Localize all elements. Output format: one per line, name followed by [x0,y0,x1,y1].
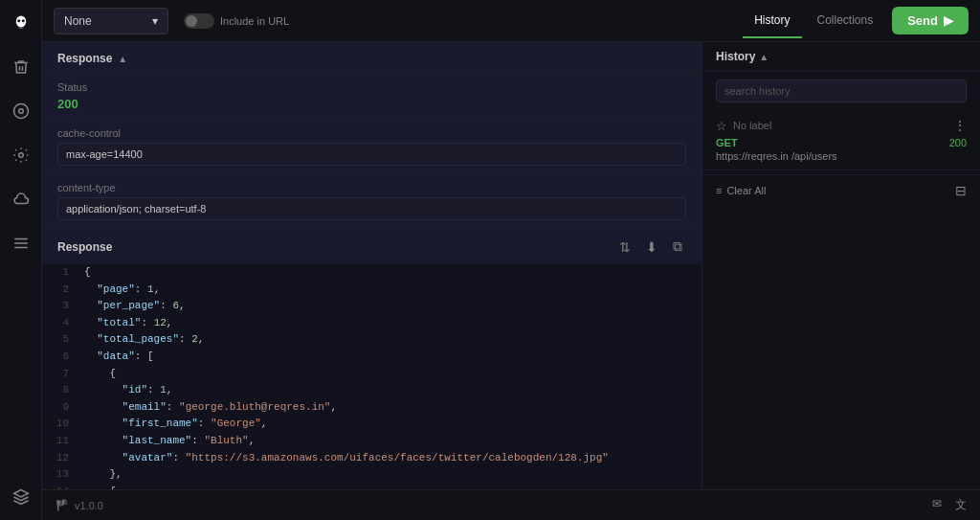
search-history-input[interactable] [716,79,967,102]
include-url-toggle-row: Include in URL [184,13,289,29]
tab-collections[interactable]: Collections [806,4,885,38]
clear-all-icon: ≡ [716,185,722,196]
history-item: ☆ No label ⋮ GET 200 https://reqres.in /… [702,110,980,170]
response-title: Response [57,52,112,65]
content-area: Response ▲ Status 200 cache-control max-… [42,42,980,489]
more-options-icon[interactable]: ⋮ [953,118,967,133]
right-panel: History ▲ ☆ No label ⋮ GET 200 [702,42,980,489]
version-info: 🏴 v1.0.0 [56,499,103,511]
svg-point-3 [13,104,28,119]
include-url-label: Include in URL [220,15,289,27]
layers-icon[interactable] [8,484,34,510]
bottom-icons: ✉ 文 [932,497,967,513]
chevron-down-icon: ▾ [152,14,158,28]
svg-point-4 [18,109,23,114]
svg-point-0 [15,16,26,28]
alien-icon[interactable] [8,10,34,36]
code-line: 3 "per_page": 6, [42,298,702,315]
sidebar [0,0,42,520]
trash-icon[interactable] [8,54,34,80]
code-line: 6 "data": [ [42,349,702,366]
code-table: 1{2 "page": 1,3 "per_page": 6,4 "total":… [42,264,702,489]
topbar: None ▾ Include in URL History Collection… [42,0,980,42]
content-type-field-group: content-type application/json; charset=u… [42,174,702,229]
code-line: 14 { [42,484,702,489]
cache-control-value: max-age=14400 [57,143,686,166]
history-item-top: ☆ No label ⋮ [716,118,967,133]
tab-bar: History Collections [743,4,884,38]
bottom-bar: 🏴 v1.0.0 ✉ 文 [42,489,980,520]
toggle-knob [186,15,197,27]
code-line: 12 "avatar": "https://s3.amazonaws.com/u… [42,450,702,467]
svg-point-1 [17,19,20,22]
mail-icon[interactable]: ✉ [932,497,942,513]
svg-marker-9 [13,490,28,498]
history-url[interactable]: https://reqres.in /api/users [716,150,967,162]
settings-circle-icon[interactable] [8,98,34,124]
code-line: 7 { [42,366,702,383]
history-item-method-row: GET 200 [716,137,967,148]
history-header: History ▲ [702,42,980,72]
main-area: None ▾ Include in URL History Collection… [42,0,980,520]
auth-selector[interactable]: None ▾ [54,8,168,34]
include-url-toggle[interactable] [184,13,214,29]
translate-icon[interactable]: 文 [955,497,967,513]
clear-all-row: ≡ Clear All ⊟ [702,174,980,206]
code-line: 8 "id": 1, [42,382,702,399]
tab-history[interactable]: History [743,4,801,38]
auth-value: None [64,14,92,28]
code-line: 9 "email": "george.bluth@reqres.in", [42,399,702,417]
gear-icon[interactable] [8,142,34,169]
response-section-header: Response ▲ [42,42,702,74]
cloud-icon[interactable] [8,186,34,213]
history-item-label: ☆ No label [716,119,771,133]
response-body-actions: ⇅ ⬇ ⧉ [615,237,686,257]
version-text: v1.0.0 [75,500,103,511]
code-line: 5 "total_pages": 2, [42,331,702,349]
download-response-icon[interactable]: ⬇ [642,237,661,257]
code-line: 1{ [42,264,702,282]
code-line: 2 "page": 1, [42,282,702,299]
svg-point-5 [18,153,23,158]
code-line: 11 "last_name": "Bluth", [42,433,702,450]
copy-response-icon[interactable]: ⧉ [669,237,686,257]
history-collapse-icon[interactable]: ▲ [759,52,768,62]
status-value: 200 [57,97,686,111]
method-badge: GET [716,137,738,148]
list-icon[interactable] [8,230,34,257]
flag-icon: 🏴 [56,499,69,511]
status-field-group: Status 200 [42,74,702,120]
send-icon: ▶ [944,13,953,28]
filter-icon[interactable]: ⊟ [955,183,967,198]
svg-point-2 [21,19,24,22]
content-type-value: application/json; charset=utf-8 [57,197,686,220]
response-body-header: Response ⇅ ⬇ ⧉ [42,229,702,264]
cache-control-label: cache-control [57,127,686,139]
code-line: 4 "total": 12, [42,315,702,332]
code-line: 10 "first_name": "George", [42,416,702,433]
history-panel-title: History ▲ [716,50,768,63]
left-panel: Response ▲ Status 200 cache-control max-… [42,42,702,489]
response-collapse-icon[interactable]: ▲ [118,54,127,64]
status-label: Status [57,81,686,93]
send-button[interactable]: Send ▶ [892,7,969,34]
response-body-label: Response [57,240,112,254]
code-line: 13 }, [42,466,702,484]
cache-control-field-group: cache-control max-age=14400 [42,120,702,174]
clear-all-button[interactable]: ≡ Clear All [716,185,766,196]
star-icon[interactable]: ☆ [716,119,727,133]
expand-icon[interactable]: ⇅ [615,237,635,257]
response-code-area[interactable]: 1{2 "page": 1,3 "per_page": 6,4 "total":… [42,264,702,489]
content-type-label: content-type [57,182,686,193]
history-status-badge: 200 [949,137,967,148]
